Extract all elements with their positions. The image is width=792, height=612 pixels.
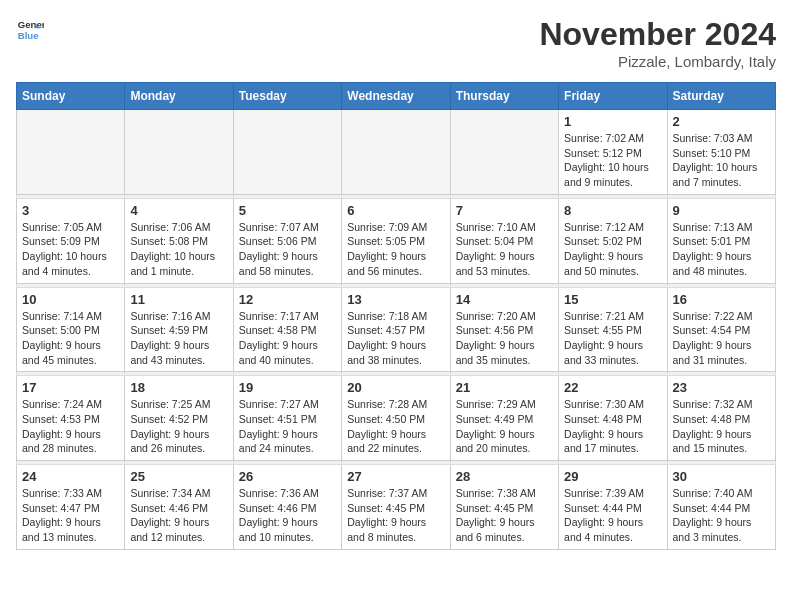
- table-row: 15Sunrise: 7:21 AM Sunset: 4:55 PM Dayli…: [559, 287, 667, 372]
- day-number: 8: [564, 203, 661, 218]
- day-info: Sunrise: 7:25 AM Sunset: 4:52 PM Dayligh…: [130, 397, 227, 456]
- table-row: 6Sunrise: 7:09 AM Sunset: 5:05 PM Daylig…: [342, 198, 450, 283]
- table-row: 23Sunrise: 7:32 AM Sunset: 4:48 PM Dayli…: [667, 376, 775, 461]
- day-info: Sunrise: 7:17 AM Sunset: 4:58 PM Dayligh…: [239, 309, 336, 368]
- day-number: 1: [564, 114, 661, 129]
- table-row: 18Sunrise: 7:25 AM Sunset: 4:52 PM Dayli…: [125, 376, 233, 461]
- table-row: 20Sunrise: 7:28 AM Sunset: 4:50 PM Dayli…: [342, 376, 450, 461]
- day-info: Sunrise: 7:24 AM Sunset: 4:53 PM Dayligh…: [22, 397, 119, 456]
- day-number: 22: [564, 380, 661, 395]
- day-info: Sunrise: 7:07 AM Sunset: 5:06 PM Dayligh…: [239, 220, 336, 279]
- table-row: 27Sunrise: 7:37 AM Sunset: 4:45 PM Dayli…: [342, 465, 450, 550]
- day-number: 7: [456, 203, 553, 218]
- day-number: 10: [22, 292, 119, 307]
- day-number: 29: [564, 469, 661, 484]
- day-info: Sunrise: 7:38 AM Sunset: 4:45 PM Dayligh…: [456, 486, 553, 545]
- calendar-week-row: 1Sunrise: 7:02 AM Sunset: 5:12 PM Daylig…: [17, 110, 776, 195]
- day-info: Sunrise: 7:40 AM Sunset: 4:44 PM Dayligh…: [673, 486, 770, 545]
- header-sunday: Sunday: [17, 83, 125, 110]
- day-number: 6: [347, 203, 444, 218]
- day-number: 25: [130, 469, 227, 484]
- month-title: November 2024: [539, 16, 776, 53]
- day-info: Sunrise: 7:34 AM Sunset: 4:46 PM Dayligh…: [130, 486, 227, 545]
- table-row: 11Sunrise: 7:16 AM Sunset: 4:59 PM Dayli…: [125, 287, 233, 372]
- table-row: 16Sunrise: 7:22 AM Sunset: 4:54 PM Dayli…: [667, 287, 775, 372]
- calendar-week-row: 17Sunrise: 7:24 AM Sunset: 4:53 PM Dayli…: [17, 376, 776, 461]
- day-number: 9: [673, 203, 770, 218]
- day-number: 15: [564, 292, 661, 307]
- day-number: 18: [130, 380, 227, 395]
- day-number: 16: [673, 292, 770, 307]
- header-wednesday: Wednesday: [342, 83, 450, 110]
- day-number: 13: [347, 292, 444, 307]
- calendar-header-row: Sunday Monday Tuesday Wednesday Thursday…: [17, 83, 776, 110]
- page-header: General Blue November 2024 Pizzale, Lomb…: [16, 16, 776, 70]
- logo: General Blue: [16, 16, 44, 44]
- day-info: Sunrise: 7:12 AM Sunset: 5:02 PM Dayligh…: [564, 220, 661, 279]
- day-number: 26: [239, 469, 336, 484]
- table-row: 7Sunrise: 7:10 AM Sunset: 5:04 PM Daylig…: [450, 198, 558, 283]
- day-number: 19: [239, 380, 336, 395]
- day-info: Sunrise: 7:05 AM Sunset: 5:09 PM Dayligh…: [22, 220, 119, 279]
- day-info: Sunrise: 7:28 AM Sunset: 4:50 PM Dayligh…: [347, 397, 444, 456]
- table-row: 21Sunrise: 7:29 AM Sunset: 4:49 PM Dayli…: [450, 376, 558, 461]
- table-row: [17, 110, 125, 195]
- table-row: [125, 110, 233, 195]
- table-row: 22Sunrise: 7:30 AM Sunset: 4:48 PM Dayli…: [559, 376, 667, 461]
- calendar-week-row: 3Sunrise: 7:05 AM Sunset: 5:09 PM Daylig…: [17, 198, 776, 283]
- day-number: 2: [673, 114, 770, 129]
- day-number: 14: [456, 292, 553, 307]
- day-info: Sunrise: 7:29 AM Sunset: 4:49 PM Dayligh…: [456, 397, 553, 456]
- day-info: Sunrise: 7:13 AM Sunset: 5:01 PM Dayligh…: [673, 220, 770, 279]
- day-number: 30: [673, 469, 770, 484]
- calendar-week-row: 24Sunrise: 7:33 AM Sunset: 4:47 PM Dayli…: [17, 465, 776, 550]
- day-number: 24: [22, 469, 119, 484]
- day-info: Sunrise: 7:36 AM Sunset: 4:46 PM Dayligh…: [239, 486, 336, 545]
- day-number: 3: [22, 203, 119, 218]
- table-row: 9Sunrise: 7:13 AM Sunset: 5:01 PM Daylig…: [667, 198, 775, 283]
- table-row: 5Sunrise: 7:07 AM Sunset: 5:06 PM Daylig…: [233, 198, 341, 283]
- day-info: Sunrise: 7:21 AM Sunset: 4:55 PM Dayligh…: [564, 309, 661, 368]
- day-number: 20: [347, 380, 444, 395]
- day-info: Sunrise: 7:20 AM Sunset: 4:56 PM Dayligh…: [456, 309, 553, 368]
- svg-text:Blue: Blue: [18, 30, 39, 41]
- table-row: [450, 110, 558, 195]
- location: Pizzale, Lombardy, Italy: [539, 53, 776, 70]
- day-info: Sunrise: 7:02 AM Sunset: 5:12 PM Dayligh…: [564, 131, 661, 190]
- header-thursday: Thursday: [450, 83, 558, 110]
- header-saturday: Saturday: [667, 83, 775, 110]
- day-info: Sunrise: 7:09 AM Sunset: 5:05 PM Dayligh…: [347, 220, 444, 279]
- day-info: Sunrise: 7:33 AM Sunset: 4:47 PM Dayligh…: [22, 486, 119, 545]
- table-row: 30Sunrise: 7:40 AM Sunset: 4:44 PM Dayli…: [667, 465, 775, 550]
- day-number: 23: [673, 380, 770, 395]
- table-row: 29Sunrise: 7:39 AM Sunset: 4:44 PM Dayli…: [559, 465, 667, 550]
- table-row: 24Sunrise: 7:33 AM Sunset: 4:47 PM Dayli…: [17, 465, 125, 550]
- day-info: Sunrise: 7:30 AM Sunset: 4:48 PM Dayligh…: [564, 397, 661, 456]
- day-info: Sunrise: 7:32 AM Sunset: 4:48 PM Dayligh…: [673, 397, 770, 456]
- day-info: Sunrise: 7:39 AM Sunset: 4:44 PM Dayligh…: [564, 486, 661, 545]
- day-number: 21: [456, 380, 553, 395]
- table-row: 10Sunrise: 7:14 AM Sunset: 5:00 PM Dayli…: [17, 287, 125, 372]
- day-info: Sunrise: 7:16 AM Sunset: 4:59 PM Dayligh…: [130, 309, 227, 368]
- table-row: 12Sunrise: 7:17 AM Sunset: 4:58 PM Dayli…: [233, 287, 341, 372]
- table-row: 4Sunrise: 7:06 AM Sunset: 5:08 PM Daylig…: [125, 198, 233, 283]
- table-row: 2Sunrise: 7:03 AM Sunset: 5:10 PM Daylig…: [667, 110, 775, 195]
- day-number: 17: [22, 380, 119, 395]
- day-info: Sunrise: 7:06 AM Sunset: 5:08 PM Dayligh…: [130, 220, 227, 279]
- day-number: 5: [239, 203, 336, 218]
- day-number: 11: [130, 292, 227, 307]
- table-row: [342, 110, 450, 195]
- day-info: Sunrise: 7:27 AM Sunset: 4:51 PM Dayligh…: [239, 397, 336, 456]
- table-row: 13Sunrise: 7:18 AM Sunset: 4:57 PM Dayli…: [342, 287, 450, 372]
- day-number: 27: [347, 469, 444, 484]
- table-row: 26Sunrise: 7:36 AM Sunset: 4:46 PM Dayli…: [233, 465, 341, 550]
- day-info: Sunrise: 7:18 AM Sunset: 4:57 PM Dayligh…: [347, 309, 444, 368]
- table-row: 25Sunrise: 7:34 AM Sunset: 4:46 PM Dayli…: [125, 465, 233, 550]
- day-number: 28: [456, 469, 553, 484]
- header-monday: Monday: [125, 83, 233, 110]
- day-info: Sunrise: 7:03 AM Sunset: 5:10 PM Dayligh…: [673, 131, 770, 190]
- header-tuesday: Tuesday: [233, 83, 341, 110]
- calendar-week-row: 10Sunrise: 7:14 AM Sunset: 5:00 PM Dayli…: [17, 287, 776, 372]
- title-area: November 2024 Pizzale, Lombardy, Italy: [539, 16, 776, 70]
- day-info: Sunrise: 7:10 AM Sunset: 5:04 PM Dayligh…: [456, 220, 553, 279]
